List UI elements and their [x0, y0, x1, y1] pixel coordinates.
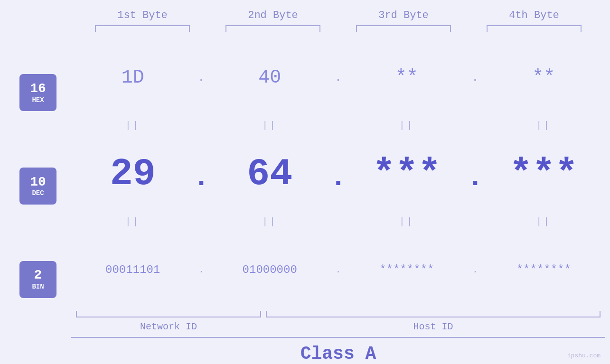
byte4-header: 4th Byte [482, 9, 586, 21]
eq1-b1: || [81, 120, 185, 131]
bracket-byte4 [487, 25, 582, 32]
bottom-bracket-area: Network ID Host ID [66, 311, 610, 332]
hex-badge-label: HEX [32, 96, 44, 104]
hex-b3: ** [355, 67, 459, 88]
bottom-labels: Network ID Host ID [71, 321, 601, 332]
hex-b4: ** [491, 67, 596, 88]
bin-dot1: . [194, 264, 208, 275]
eq2-b2: || [217, 216, 322, 227]
bin-b2: 01000000 [217, 263, 322, 276]
bracket-byte3 [356, 25, 451, 32]
right-content: 1D . 40 . ** . ** [66, 37, 610, 364]
byte3-header: 3rd Byte [351, 9, 456, 21]
eq2-b3: || [355, 216, 459, 227]
dec-b1: 29 [81, 152, 185, 196]
dec-dot3: . [468, 161, 482, 187]
equals-row-2: || || || || [66, 215, 610, 229]
bin-dot2: . [331, 264, 345, 275]
host-bracket [266, 311, 601, 317]
bin-b1: 00011101 [81, 263, 185, 276]
dec-badge-label: DEC [32, 189, 44, 197]
bracket-byte2 [225, 25, 320, 32]
bracket-byte1 [95, 25, 190, 32]
eq1-b2: || [217, 120, 322, 131]
hex-dot1: . [194, 69, 208, 85]
byte-headers: 1st Byte 2nd Byte 3rd Byte 4th Byte [77, 9, 600, 21]
bin-row: 00011101 . 01000000 . ******** . [66, 229, 610, 311]
hex-badge-number: 16 [30, 82, 46, 96]
class-area: Class A [66, 332, 610, 364]
left-labels: 16 HEX 10 DEC 2 BIN [0, 37, 66, 364]
main-container: 1st Byte 2nd Byte 3rd Byte 4th Byte 16 H… [0, 0, 610, 364]
eq2-b4: || [491, 216, 596, 227]
dec-badge: 10 DEC [19, 168, 56, 205]
byte1-header: 1st Byte [90, 9, 195, 21]
eq2-b1: || [81, 216, 185, 227]
host-id-label: Host ID [266, 321, 601, 332]
dec-row: 29 . 64 . *** . *** [66, 133, 610, 215]
bin-b3: ******** [355, 263, 459, 276]
hex-b1: 1D [81, 67, 185, 88]
bin-dot3: . [468, 264, 482, 275]
hex-dot2: . [331, 69, 345, 85]
eq1-b3: || [355, 120, 459, 131]
top-brackets [77, 25, 600, 32]
bin-badge-label: BIN [32, 283, 44, 290]
hex-dot3: . [468, 69, 482, 85]
dec-badge-number: 10 [30, 175, 46, 190]
network-id-label: Network ID [76, 321, 261, 332]
hex-b2: 40 [217, 67, 322, 88]
hex-badge: 16 HEX [19, 74, 56, 111]
hex-row: 1D . 40 . ** . ** [66, 37, 610, 119]
dec-b4: *** [491, 152, 596, 196]
dec-b2: 64 [217, 152, 322, 196]
main-area: 16 HEX 10 DEC 2 BIN 1D . [0, 37, 610, 364]
watermark: ipshu.com [567, 352, 601, 359]
eq1-b4: || [491, 120, 596, 131]
class-line [71, 337, 605, 338]
bin-badge: 2 BIN [19, 261, 56, 298]
dec-dot2: . [331, 161, 345, 187]
dec-dot1: . [194, 161, 208, 187]
class-label: Class A [71, 344, 605, 364]
bin-b4: ******** [491, 263, 596, 276]
bottom-brackets [71, 311, 601, 317]
equals-row-1: || || || || [66, 119, 610, 133]
dec-b3: *** [355, 152, 459, 196]
byte2-header: 2nd Byte [221, 9, 325, 21]
bin-badge-number: 2 [34, 268, 42, 283]
network-bracket [76, 311, 261, 317]
